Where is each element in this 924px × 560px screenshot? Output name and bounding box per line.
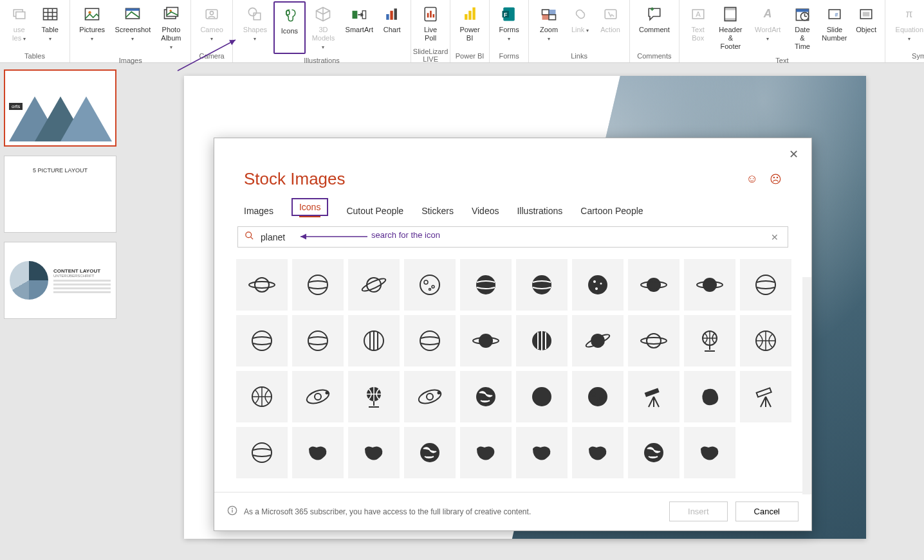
icon-result-earth-americas-solid[interactable] [404,427,456,478]
svg-text:A: A [763,7,772,20]
wordart-label: WordArt ▾ [753,26,782,42]
slide-thumbnail-3[interactable]: CONTENT LAYOUT UNTERÜBERSCHRIFT [4,242,116,319]
icons-button[interactable]: Icons [273,1,306,54]
equation-button: πEquation ▾ [889,1,924,50]
object-button[interactable]: Object [851,1,881,54]
slide-number-button[interactable]: #Slide Number [818,1,852,54]
icon-result-planet-hstripes-outline[interactable] [404,315,456,366]
svg-rect-28 [465,14,467,20]
icon-result-earth-solid[interactable] [460,371,512,422]
icon-result-orbit-outline[interactable] [292,371,344,422]
icon-result-moonrise-solid[interactable] [572,371,624,422]
results-scrollbar[interactable] [802,277,811,494]
chart-button[interactable]: Chart [377,1,407,54]
svg-rect-48 [796,9,808,12]
icon-result-earth-outline[interactable] [236,427,288,478]
svg-point-63 [249,282,275,288]
icon-result-telescope-solid[interactable] [628,371,679,422]
screenshot-button[interactable]: Screenshot ▾ [110,1,155,54]
dialog-close-button[interactable]: ✕ [784,145,804,164]
icon-result-world-map-solid[interactable] [292,427,344,478]
cameo-label: Cameo ▾ [200,26,223,42]
feedback-frown-icon[interactable]: ☹ [770,172,782,186]
icon-result-saturn-line-outline[interactable] [628,315,679,366]
icon-result-planet-bands-outline[interactable] [740,259,791,311]
icon-result-planet-band-solid[interactable] [460,259,512,311]
icon-result-saturn-ring-solid[interactable] [684,259,735,311]
slide-thumbnails-panel[interactable]: orts 5 PICTURE LAYOUT CONTENT LAYOUT UNT… [0,63,125,560]
tab-stickers[interactable]: Stickers [421,202,454,220]
tab-cartoon-people[interactable]: Cartoon People [580,202,643,220]
shapes-label: Shapes ▾ [242,26,268,42]
tab-images[interactable]: Images [244,202,273,220]
icon-result-saturn-filled[interactable] [460,315,512,366]
icon-result-planet-dots-solid[interactable] [572,259,624,311]
icon-result-planet-wavy-outline[interactable] [292,315,344,366]
icon-result-saturn-tilt-solid[interactable] [572,315,624,366]
header-footer-button[interactable]: Header & Footer [713,1,748,54]
pictures-button[interactable]: Pictures ▾ [74,1,110,54]
photo-album-icon [161,4,181,24]
smartart-button[interactable]: SmartArt [341,1,377,54]
icon-result-asia-solid[interactable] [516,427,568,478]
icon-result-eurasia-solid[interactable] [684,427,735,478]
svg-point-107 [427,393,433,400]
icon-result-saturn-solid[interactable] [628,259,679,311]
live-poll-button[interactable]: Live Poll [415,1,446,45]
search-box[interactable]: ✕ [237,226,788,248]
icons-icon [279,5,300,26]
icon-result-globe-simple-outline[interactable] [236,371,288,422]
live-poll-icon [420,4,441,24]
svg-rect-25 [427,13,429,17]
action-button: Action [595,1,625,50]
svg-text:π: π [906,8,913,19]
photo-album-button[interactable]: Photo Album ▾ [155,1,187,54]
icon-result-saturn-outline[interactable] [236,259,288,311]
svg-text:F: F [504,12,508,18]
table-button[interactable]: Table ▾ [34,1,66,50]
icon-results[interactable] [214,248,811,492]
dropdown-arrow-icon: ▾ [508,36,510,42]
tab-illustrations[interactable]: Illustrations [517,202,562,220]
power-bi-button[interactable]: Power BI [454,1,485,50]
search-clear-button[interactable]: ✕ [768,232,781,242]
icon-result-planet-lines-solid[interactable] [516,259,568,311]
slide-thumbnail-2[interactable]: 5 PICTURE LAYOUT [4,156,116,233]
icon-result-globe-stand-outline[interactable] [684,315,735,366]
svg-point-82 [252,331,272,350]
icon-result-africa-solid[interactable] [572,427,624,478]
slide-thumbnail-1[interactable]: orts [4,69,116,147]
comment-button[interactable]: Comment [634,1,675,50]
zoom-button[interactable]: Zoom ▾ [533,1,565,50]
icon-result-planet-striped-outline[interactable] [292,259,344,311]
cameo-icon [201,4,222,24]
search-input[interactable] [261,232,768,242]
icon-result-telescope-outline[interactable] [740,371,791,422]
icon-result-saturn-tilt-outline[interactable] [348,259,400,311]
text-box-button: AText Box [683,1,713,54]
forms-button[interactable]: FForms ▾ [494,1,524,50]
date-time-button[interactable]: Date & Time [787,1,817,54]
icon-result-australia-solid[interactable] [348,427,400,478]
icon-result-planet-vstripes-outline[interactable] [348,315,400,366]
icon-result-earth-asia-solid[interactable] [628,427,679,478]
icon-result-south-america-solid[interactable] [460,427,512,478]
icon-result-planet-swirl-outline[interactable] [236,315,288,366]
tab-cutout-people[interactable]: Cutout People [346,202,403,220]
icon-result-moon-craters-outline[interactable] [404,259,456,311]
tab-icons[interactable]: Icons [291,202,328,220]
link-label: Link ▾ [571,26,589,34]
icon-result-planets-scene-solid[interactable] [516,371,568,422]
svg-point-15 [210,12,214,15]
dropdown-arrow-icon: ▾ [23,36,26,42]
tab-videos[interactable]: Videos [472,202,499,220]
cancel-button[interactable]: Cancel [735,501,799,521]
slide-3-title: CONTENT LAYOUT [53,268,111,274]
svg-point-74 [593,280,596,283]
icon-result-globe-grid-outline[interactable] [740,315,791,366]
feedback-smile-icon[interactable]: ☺ [746,172,758,186]
icon-result-globe-stand-solid[interactable] [348,371,400,422]
icon-result-orbit-ellipse-outline[interactable] [404,371,456,422]
icon-result-antarctica-solid[interactable] [684,371,735,422]
icon-result-planet-vstripes-solid[interactable] [516,315,568,366]
